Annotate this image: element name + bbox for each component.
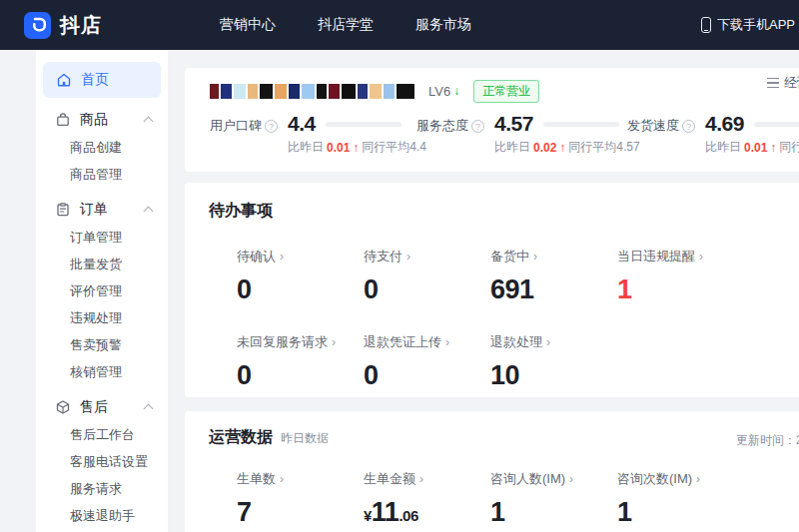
ops-link-consult-times[interactable]: 咨询次数(IM): [617, 471, 700, 486]
sidebar-item-service-phone-setting[interactable]: 客服电话设置: [36, 448, 168, 475]
metric-progress-bar: [754, 122, 799, 127]
sidebar-item-aftersale-workbench[interactable]: 售后工作台: [36, 421, 168, 448]
section-label: 售后: [80, 398, 108, 416]
ops-link-consult-people[interactable]: 咨询人数(IM): [490, 471, 573, 486]
metric-label: 服务态度: [416, 117, 468, 135]
todo-cell: 待支付 0: [364, 248, 490, 305]
sidebar-section-product: 商品 商品创建 商品管理: [36, 106, 168, 188]
todo-link-refund-handle[interactable]: 退款处理: [490, 334, 550, 349]
sidebar-section-product-header[interactable]: 商品: [36, 106, 168, 134]
todo-cell: 退款处理 10: [490, 333, 617, 391]
download-app-label: 下载手机APP: [717, 16, 795, 34]
sidebar-item-batch-ship[interactable]: 批量发货: [36, 251, 168, 277]
package-icon: [55, 399, 71, 415]
level-down-arrow-icon: [453, 84, 459, 98]
operations-title: 运营数据: [209, 427, 273, 448]
up-trend-icon: [559, 141, 565, 155]
shop-name-redacted: [210, 83, 414, 99]
sidebar-item-product-create[interactable]: 商品创建: [36, 134, 168, 161]
top-navbar: 抖店 营销中心 抖店学堂 服务市场 下载手机APP: [0, 0, 799, 50]
todo-link-violation-alert[interactable]: 当日违规提醒: [617, 249, 703, 264]
ops-cell: 生单数 7 日环比 94.93: [237, 470, 364, 532]
operations-subtitle: 昨日数据: [281, 430, 329, 447]
metric-user-rating: 用户口碑 ? 4.4 比昨日 0.01 同行平均4.4: [210, 112, 426, 156]
ops-cell: 生单金额 ¥11.06 日环比 96.4: [364, 470, 490, 532]
nav-item-service-market[interactable]: 服务市场: [415, 16, 471, 34]
ops-cell: 咨询人数(IM) 1 日环比 0: [490, 470, 617, 532]
chevron-up-icon: [144, 117, 154, 127]
chevron-up-icon: [144, 404, 154, 414]
up-trend-icon: [353, 141, 359, 155]
section-label: 商品: [80, 111, 108, 129]
doudian-logo[interactable]: 抖店: [24, 12, 102, 39]
todo-value: 0: [237, 360, 364, 391]
sidebar-section-order-header[interactable]: 订单: [36, 196, 168, 224]
todo-cell: 当日违规提醒 1: [617, 248, 777, 305]
sidebar-item-home[interactable]: 首页: [43, 62, 161, 98]
currency-symbol: ¥: [364, 507, 372, 524]
sidebar-item-sale-warning[interactable]: 售卖预警: [36, 331, 168, 358]
clipboard-icon: [55, 202, 71, 218]
sidebar-item-review-manage[interactable]: 评价管理: [36, 277, 168, 304]
ops-link-order-amount[interactable]: 生单金额: [364, 471, 423, 486]
todo-title: 待办事项: [185, 183, 799, 222]
peer-average: 同行平均: [779, 139, 799, 156]
todo-link-refund-proof[interactable]: 退款凭证上传: [364, 334, 449, 349]
metric-label: 用户口碑: [210, 117, 262, 135]
manage-label: 经营: [784, 74, 799, 92]
sidebar-item-product-manage[interactable]: 商品管理: [36, 161, 168, 188]
metric-service-attitude: 服务态度 ? 4.57 比昨日 0.02 同行平均4.57: [416, 112, 640, 156]
compare-label: 比昨日: [705, 139, 741, 156]
bag-icon: [55, 112, 71, 128]
sidebar-item-order-manage[interactable]: 订单管理: [36, 224, 168, 251]
todo-card: 待办事项 待确认 0 待支付 0 备货中 691 当日违规提醒 1 未回复服务请…: [185, 183, 799, 397]
help-icon[interactable]: ?: [265, 120, 278, 133]
todo-link-unreplied-service[interactable]: 未回复服务请求: [237, 334, 336, 349]
sidebar-item-verification-manage[interactable]: 核销管理: [36, 358, 168, 385]
metric-value: 4.69: [705, 112, 744, 136]
app-title: 抖店: [60, 12, 102, 39]
sidebar-section-order: 订单 订单管理 批量发货 评价管理 违规处理 售卖预警 核销管理: [36, 196, 168, 385]
ops-value: 7: [237, 497, 252, 527]
shop-status-badge: 正常营业: [473, 80, 539, 103]
metric-shipping-speed: 发货速度 ? 4.69 比昨日 0.01 同行平均: [627, 112, 799, 156]
todo-link-stocking[interactable]: 备货中: [490, 249, 537, 264]
ops-cell: 咨询次数(IM) 1 日环比 0: [617, 470, 777, 532]
delta-value: 0.02: [533, 141, 556, 155]
todo-value: 10: [490, 360, 617, 391]
metric-progress-bar: [543, 122, 619, 127]
shop-header-card: LV6 正常营业 经营 用户口碑 ? 4.4 比昨日 0.01 同行平均4.4: [185, 68, 799, 172]
sidebar-item-violation-handle[interactable]: 违规处理: [36, 304, 168, 331]
compare-label: 比昨日: [494, 139, 530, 156]
nav-item-doudian-academy[interactable]: 抖店学堂: [318, 16, 374, 34]
shop-level-badge: LV6: [428, 84, 450, 99]
operations-card: 运营数据 昨日数据 更新时间：2020/ 生单数 7 日环比 94.93 生单金…: [185, 411, 799, 532]
todo-link-to-pay[interactable]: 待支付: [364, 249, 410, 264]
ops-link-order-count[interactable]: 生单数: [237, 471, 284, 486]
nav-item-marketing-center[interactable]: 营销中心: [220, 16, 276, 34]
download-app-button[interactable]: 下载手机APP: [701, 0, 795, 50]
help-icon[interactable]: ?: [471, 120, 484, 133]
phone-icon: [701, 17, 711, 33]
sidebar-section-aftersale: 售后 售后工作台 客服电话设置 服务请求 极速退助手: [36, 393, 168, 529]
chevron-up-icon: [144, 207, 154, 217]
todo-value: 0: [364, 360, 490, 391]
sidebar-item-service-request[interactable]: 服务请求: [36, 475, 168, 502]
todo-cell: 未回复服务请求 0: [237, 333, 364, 391]
ops-value: 1: [617, 497, 632, 527]
help-icon[interactable]: ?: [682, 120, 695, 133]
todo-cell: 备货中 691: [490, 248, 617, 305]
metric-value: 4.4: [288, 112, 316, 136]
update-time: 更新时间：2020/: [736, 432, 799, 449]
compare-label: 比昨日: [288, 139, 324, 156]
list-menu-icon: [767, 78, 779, 88]
delta-value: 0.01: [744, 141, 767, 155]
todo-cell: 退款凭证上传 0: [364, 333, 490, 391]
todo-value: 1: [617, 274, 777, 305]
home-icon: [56, 72, 72, 88]
todo-value: 0: [364, 274, 490, 305]
todo-link-to-confirm[interactable]: 待确认: [237, 249, 284, 264]
manage-data-link[interactable]: 经营: [767, 74, 799, 92]
sidebar-section-aftersale-header[interactable]: 售后: [36, 393, 168, 421]
sidebar-item-quick-refund-helper[interactable]: 极速退助手: [36, 502, 168, 529]
